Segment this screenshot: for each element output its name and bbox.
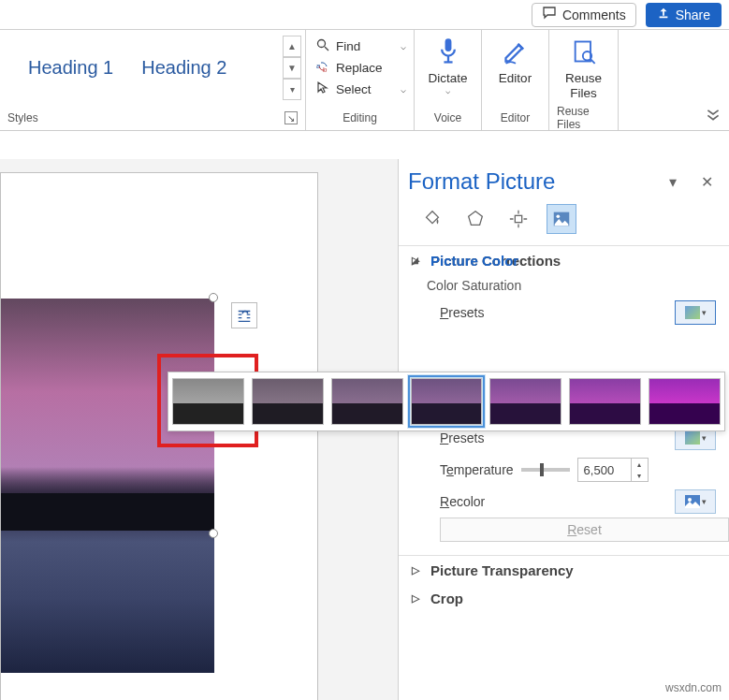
temperature-value: 6,500 [578, 463, 631, 477]
watermark: wsxdn.com [665, 681, 722, 694]
dictate-label: Dictate [428, 71, 467, 86]
selection-handle[interactable] [209, 529, 218, 538]
svg-rect-5 [445, 38, 451, 51]
selection-handle[interactable] [209, 293, 218, 302]
color-saturation-label: Color Saturation [399, 274, 729, 297]
svg-point-16 [688, 498, 692, 502]
reuse-group-label: Reuse Files [557, 105, 610, 131]
share-button[interactable]: Share [646, 3, 722, 27]
svg-rect-0 [659, 17, 667, 19]
section-picture-transparency[interactable]: ▷ Picture Transparency [412, 556, 729, 584]
saturation-preset-3[interactable] [411, 378, 483, 425]
chevron-down-icon: ◢ [412, 255, 423, 265]
tab-layout-icon[interactable] [503, 204, 533, 234]
editor-group-label: Editor [501, 111, 530, 124]
chevron-right-icon: ▷ [412, 564, 423, 576]
temperature-label: Temperature [440, 462, 514, 477]
ribbon-collapse-button[interactable] [705, 106, 722, 123]
reuse-files-label: Reuse Files [565, 71, 602, 101]
recolor-dropdown[interactable]: ▾ [675, 489, 716, 514]
presets2-label: Presets [440, 430, 484, 445]
share-label: Share [676, 7, 710, 22]
editor-button[interactable] [503, 36, 529, 67]
recolor-label: Recolor [440, 494, 485, 509]
select-icon [315, 80, 330, 98]
style-heading2[interactable]: Heading 2 [141, 57, 226, 79]
styles-scroll[interactable]: ▲ ▼ ▾ [283, 36, 301, 100]
saturation-gallery[interactable] [168, 372, 725, 431]
reuse-files-button[interactable] [571, 36, 597, 67]
select-label: Select [336, 82, 372, 96]
scroll-down-icon[interactable]: ▼ [283, 57, 301, 79]
section-crop[interactable]: ▷ Crop [412, 584, 729, 612]
presets-label: Presets [440, 305, 484, 320]
svg-text:b: b [323, 66, 328, 74]
reset-button[interactable]: Reset [440, 518, 729, 542]
styles-group-label: Styles [7, 111, 38, 124]
spin-up-icon[interactable]: ▴ [631, 459, 648, 470]
pane-title: Format Picture [408, 168, 649, 195]
tab-picture-icon[interactable] [547, 204, 576, 234]
saturation-preset-2[interactable] [331, 378, 403, 425]
saturation-preset-6[interactable] [649, 378, 721, 425]
tab-effects-icon[interactable] [460, 204, 490, 234]
temperature-slider[interactable] [521, 468, 570, 472]
replace-label: Replace [336, 61, 383, 75]
chevron-down-icon: ⌵ [401, 41, 406, 51]
svg-rect-12 [515, 215, 521, 222]
editor-label: Editor [499, 71, 532, 86]
svg-point-14 [557, 214, 561, 218]
spin-down-icon[interactable]: ▾ [631, 470, 648, 481]
saturation-preset-0[interactable] [172, 378, 244, 425]
comment-icon [542, 6, 557, 23]
temperature-input[interactable]: 6,500 ▴▾ [577, 458, 649, 482]
comments-label: Comments [562, 7, 626, 22]
saturation-preset-5[interactable] [569, 378, 641, 425]
saturation-presets-dropdown[interactable]: ▾ [675, 300, 716, 325]
find-button[interactable]: Find ⌵ [315, 37, 414, 55]
layout-options-button[interactable] [231, 302, 257, 328]
svg-marker-11 [469, 211, 483, 226]
chevron-down-icon: ⌵ [445, 86, 450, 95]
svg-line-2 [325, 47, 328, 51]
replace-icon: ab [315, 59, 330, 77]
section-picture-color[interactable]: ◢ Picture Color [412, 246, 729, 274]
styles-dialog-launcher-icon[interactable]: ↘ [284, 111, 298, 124]
select-button[interactable]: Select ⌵ [315, 80, 414, 98]
voice-group-label: Voice [434, 111, 461, 124]
find-icon [315, 37, 330, 55]
chevron-right-icon: ▷ [412, 592, 423, 605]
dictate-button[interactable] [435, 36, 461, 67]
saturation-preset-1[interactable] [252, 378, 324, 425]
find-label: Find [336, 39, 360, 53]
close-icon[interactable]: ✕ [697, 172, 716, 191]
scroll-up-icon[interactable]: ▲ [283, 36, 301, 57]
share-icon [657, 7, 670, 22]
tab-fill-icon[interactable] [417, 204, 447, 234]
saturation-preset-4[interactable] [489, 378, 561, 425]
comments-button[interactable]: Comments [532, 3, 636, 27]
scroll-more-icon[interactable]: ▾ [283, 79, 301, 100]
pane-options-icon[interactable]: ▾ [663, 172, 682, 191]
replace-button[interactable]: ab Replace [315, 59, 414, 77]
chevron-down-icon: ⌵ [401, 84, 406, 95]
svg-point-1 [318, 40, 326, 48]
editing-group-label: Editing [343, 111, 377, 124]
style-heading1[interactable]: Heading 1 [28, 57, 113, 79]
